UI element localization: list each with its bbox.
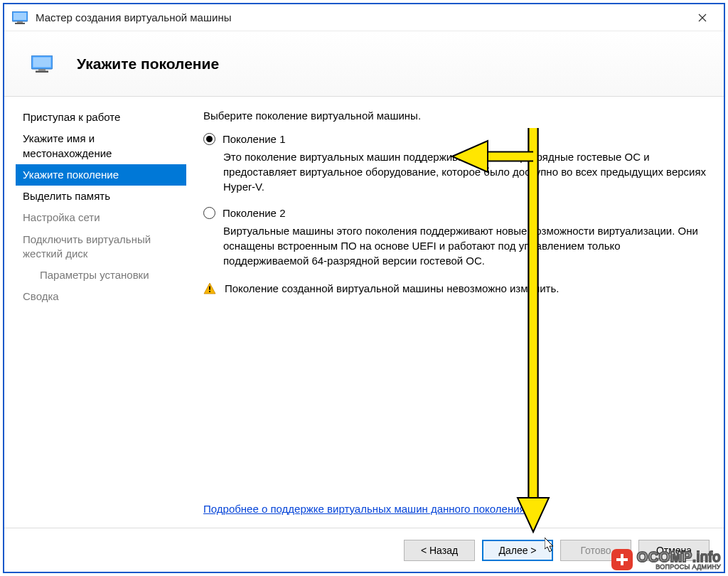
radio-generation-2[interactable]: Поколение 2 — [203, 207, 707, 219]
wizard-footer: < Назад Далее > Готово Отмена — [4, 528, 724, 572]
radio-generation-1[interactable]: Поколение 1 — [203, 133, 707, 145]
button-label: < Назад — [421, 545, 458, 556]
next-button[interactable]: Далее > — [482, 540, 553, 561]
wizard-body: Приступая к работе Укажите имя и местона… — [4, 97, 724, 528]
svg-rect-9 — [36, 70, 48, 73]
titlebar: Мастер создания виртуальной машины — [4, 4, 724, 31]
step-label: Приступая к работе — [23, 111, 120, 123]
radio-icon — [203, 133, 215, 145]
more-info-link[interactable]: Подробнее о поддержке виртуальных машин … — [203, 503, 525, 515]
button-label: Готово — [580, 545, 611, 556]
generation-2-description: Виртуальные машины этого поколения подде… — [223, 223, 707, 268]
step-memory[interactable]: Выделить память — [16, 186, 186, 207]
warning-icon — [203, 282, 216, 295]
instruction-text: Выберите поколение виртуальной машины. — [203, 110, 707, 122]
sidebar-steps: Приступая к работе Укажите имя и местона… — [16, 107, 186, 519]
radio-label: Поколение 1 — [223, 133, 285, 145]
svg-rect-12 — [209, 291, 210, 292]
step-label: Сводка — [23, 290, 59, 302]
svg-rect-1 — [14, 13, 26, 20]
main-content: Выберите поколение виртуальной машины. П… — [186, 107, 712, 519]
step-name-location[interactable]: Укажите имя и местонахождение — [16, 128, 186, 164]
finish-button: Готово — [560, 540, 631, 561]
svg-rect-2 — [17, 21, 23, 23]
button-label: Далее > — [498, 545, 536, 556]
wizard-window: Мастер создания виртуальной машины Укажи… — [3, 3, 725, 573]
step-label: Настройка сети — [23, 211, 100, 223]
step-getting-started[interactable]: Приступая к работе — [16, 107, 186, 128]
svg-rect-8 — [38, 69, 46, 71]
step-install-options: Параметры установки — [16, 265, 186, 286]
svg-rect-3 — [15, 23, 25, 24]
cancel-button[interactable]: Отмена — [638, 540, 710, 561]
back-button[interactable]: < Назад — [404, 540, 475, 561]
step-network: Настройка сети — [16, 207, 186, 228]
wizard-header: Укажите поколение — [4, 31, 724, 97]
window-title: Мастер создания виртуальной машины — [36, 11, 231, 23]
warning-text: Поколение созданной виртуальной машины н… — [225, 282, 559, 294]
step-disk: Подключить виртуальный жесткий диск — [16, 229, 186, 265]
step-label: Параметры установки — [40, 269, 149, 281]
step-label: Укажите имя и местонахождение — [23, 132, 112, 159]
page-title: Укажите поколение — [77, 55, 219, 73]
svg-rect-11 — [209, 287, 210, 290]
generation-1-description: Это поколение виртуальных машин поддержи… — [223, 149, 707, 194]
app-icon — [11, 11, 28, 25]
close-icon — [698, 14, 707, 22]
radio-icon — [203, 207, 215, 219]
header-icon — [30, 54, 54, 74]
step-generation[interactable]: Укажите поколение — [16, 164, 186, 186]
close-button[interactable] — [687, 7, 718, 28]
step-label: Укажите поколение — [23, 169, 119, 181]
button-label: Отмена — [656, 545, 692, 556]
step-label: Выделить память — [23, 190, 110, 202]
radio-label: Поколение 2 — [223, 207, 285, 219]
step-label: Подключить виртуальный жесткий диск — [23, 233, 151, 260]
warning-row: Поколение созданной виртуальной машины н… — [203, 282, 707, 295]
svg-rect-7 — [33, 57, 51, 67]
step-summary: Сводка — [16, 286, 186, 307]
